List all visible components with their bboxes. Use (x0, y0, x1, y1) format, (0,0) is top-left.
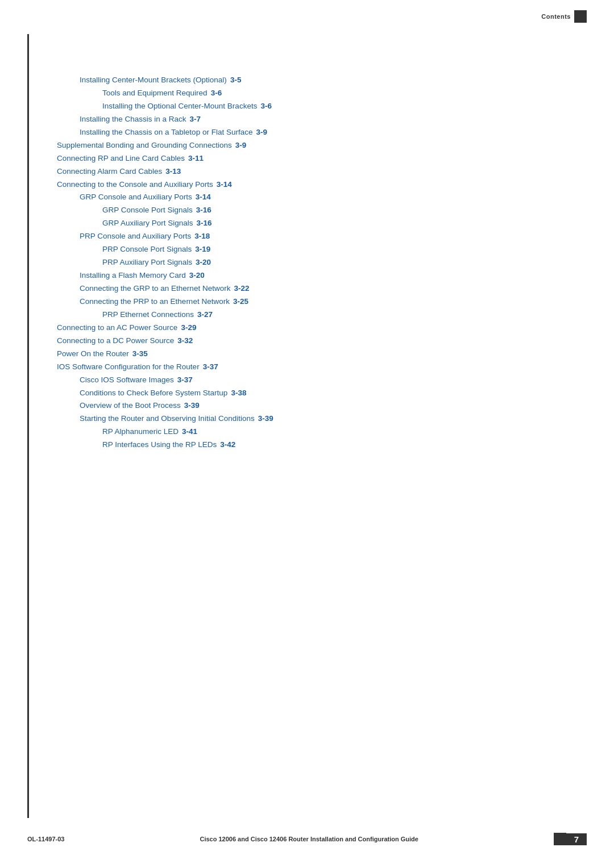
toc-item: RP Interfaces Using the RP LEDs3-42 (102, 439, 569, 452)
toc-link-10[interactable]: GRP Console and Auxiliary Ports (80, 193, 192, 201)
toc-item: Installing the Chassis in a Rack3-7 (80, 113, 569, 126)
toc-item: Overview of the Boot Process3-39 (80, 399, 569, 412)
toc-page-1: 3-5 (230, 76, 242, 84)
toc-item: Connecting to an AC Power Source3-29 (57, 322, 569, 335)
toc-link-21[interactable]: Connecting to a DC Power Source (57, 336, 174, 345)
toc-link-20[interactable]: Connecting to an AC Power Source (57, 323, 177, 332)
toc-page-9: 3-14 (217, 180, 232, 189)
toc-page-28: 3-41 (182, 427, 197, 436)
toc-link-18[interactable]: Connecting the PRP to an Ethernet Networ… (80, 297, 230, 306)
toc-item: GRP Console Port Signals3-16 (102, 204, 569, 217)
footer-right: 7 (554, 833, 587, 845)
toc-page-13: 3-18 (194, 232, 210, 240)
toc-link-28[interactable]: RP Alphanumeric LED (102, 427, 179, 436)
toc-link-9[interactable]: Connecting to the Console and Auxiliary … (57, 180, 213, 189)
toc-link-11[interactable]: GRP Console Port Signals (102, 206, 193, 214)
toc-item: Power On the Router3-35 (57, 348, 569, 361)
footer-center-text: Cisco 12006 and Cisco 12406 Router Insta… (200, 836, 418, 842)
toc-page-19: 3-27 (197, 310, 213, 319)
footer-black-bar (554, 833, 566, 845)
toc-item: Installing Center-Mount Brackets (Option… (80, 74, 569, 87)
toc-page-8: 3-13 (165, 167, 181, 176)
toc-page-6: 3-9 (235, 141, 247, 149)
toc-page-27: 3-39 (258, 414, 273, 423)
toc-item: IOS Software Configuration for the Route… (57, 361, 569, 374)
toc-page-4: 3-7 (190, 115, 201, 123)
header-bar: Contents (0, 0, 614, 23)
toc-page-11: 3-16 (196, 206, 211, 214)
toc-link-15[interactable]: PRP Auxiliary Port Signals (102, 258, 192, 266)
toc-link-29[interactable]: RP Interfaces Using the RP LEDs (102, 440, 217, 449)
toc-page-29: 3-42 (220, 440, 235, 449)
toc-item: Conditions to Check Before System Startu… (80, 387, 569, 400)
toc-link-7[interactable]: Connecting RP and Line Card Cables (57, 154, 185, 162)
toc-link-1[interactable]: Installing Center-Mount Brackets (Option… (80, 76, 227, 84)
toc-link-4[interactable]: Installing the Chassis in a Rack (80, 115, 186, 123)
toc-page-18: 3-25 (233, 297, 248, 306)
footer-page-number: 7 (566, 833, 587, 845)
toc-page-24: 3-37 (177, 375, 193, 384)
toc-item: Cisco IOS Software Images3-37 (80, 374, 569, 387)
toc-page-2: 3-6 (211, 89, 222, 97)
toc-list: Installing Center-Mount Brackets (Option… (57, 74, 569, 452)
toc-item: RP Alphanumeric LED3-41 (102, 425, 569, 439)
toc-item: Supplemental Bonding and Grounding Conne… (57, 139, 569, 152)
toc-link-8[interactable]: Connecting Alarm Card Cables (57, 167, 162, 176)
toc-link-14[interactable]: PRP Console Port Signals (102, 245, 192, 253)
toc-item: Tools and Equipment Required3-6 (102, 87, 569, 100)
toc-link-27[interactable]: Starting the Router and Observing Initia… (80, 414, 255, 423)
toc-item: PRP Console Port Signals3-19 (102, 243, 569, 256)
toc-page-3: 3-6 (260, 102, 272, 110)
toc-item: Connecting Alarm Card Cables3-13 (57, 165, 569, 178)
footer: OL-11497-03 Cisco 12006 and Cisco 12406 … (0, 833, 614, 845)
toc-link-26[interactable]: Overview of the Boot Process (80, 401, 181, 410)
toc-link-5[interactable]: Installing the Chassis on a Tabletop or … (80, 128, 252, 136)
toc-item: Connecting the GRP to an Ethernet Networ… (80, 282, 569, 295)
toc-page-22: 3-35 (132, 349, 148, 358)
toc-link-12[interactable]: GRP Auxiliary Port Signals (102, 219, 193, 227)
toc-item: Installing a Flash Memory Card3-20 (80, 269, 569, 282)
toc-item: Connecting to a DC Power Source3-32 (57, 335, 569, 348)
toc-page-26: 3-39 (184, 401, 200, 410)
contents-label: Contents (541, 13, 571, 20)
toc-item: GRP Auxiliary Port Signals3-16 (102, 217, 569, 230)
toc-page-25: 3-38 (231, 389, 246, 397)
toc-page-21: 3-32 (177, 336, 193, 345)
toc-item: Connecting the PRP to an Ethernet Networ… (80, 295, 569, 308)
toc-page-12: 3-16 (197, 219, 212, 227)
toc-item: Installing the Chassis on a Tabletop or … (80, 126, 569, 139)
toc-page-20: 3-29 (181, 323, 196, 332)
toc-item: PRP Auxiliary Port Signals3-20 (102, 256, 569, 269)
toc-item: Starting the Router and Observing Initia… (80, 412, 569, 425)
toc-page-15: 3-20 (196, 258, 211, 266)
page-container: Contents Installing Center-Mount Bracket… (0, 0, 614, 868)
toc-link-19[interactable]: PRP Ethernet Connections (102, 310, 194, 319)
toc-page-16: 3-20 (189, 271, 205, 279)
toc-page-5: 3-9 (256, 128, 267, 136)
toc-link-25[interactable]: Conditions to Check Before System Startu… (80, 389, 227, 397)
toc-link-6[interactable]: Supplemental Bonding and Grounding Conne… (57, 141, 232, 149)
toc-item: PRP Ethernet Connections3-27 (102, 308, 569, 322)
toc-link-17[interactable]: Connecting the GRP to an Ethernet Networ… (80, 284, 230, 293)
toc-item: GRP Console and Auxiliary Ports3-14 (80, 191, 569, 204)
toc-link-23[interactable]: IOS Software Configuration for the Route… (57, 362, 200, 371)
toc-link-13[interactable]: PRP Console and Auxiliary Ports (80, 232, 191, 240)
main-content: Installing Center-Mount Brackets (Option… (0, 23, 614, 486)
toc-page-7: 3-11 (188, 154, 204, 162)
toc-item: PRP Console and Auxiliary Ports3-18 (80, 230, 569, 243)
toc-page-23: 3-37 (203, 362, 218, 371)
toc-page-14: 3-19 (195, 245, 210, 253)
toc-page-17: 3-22 (234, 284, 249, 293)
footer-left-text: OL-11497-03 (27, 836, 64, 842)
toc-link-22[interactable]: Power On the Router (57, 349, 129, 358)
toc-link-2[interactable]: Tools and Equipment Required (102, 89, 208, 97)
toc-link-16[interactable]: Installing a Flash Memory Card (80, 271, 186, 279)
toc-link-24[interactable]: Cisco IOS Software Images (80, 375, 174, 384)
toc-item: Connecting RP and Line Card Cables3-11 (57, 152, 569, 165)
toc-link-3[interactable]: Installing the Optional Center-Mount Bra… (102, 102, 257, 110)
toc-page-10: 3-14 (196, 193, 211, 201)
header-square (574, 10, 587, 23)
toc-item: Installing the Optional Center-Mount Bra… (102, 100, 569, 113)
toc-item: Connecting to the Console and Auxiliary … (57, 178, 569, 191)
